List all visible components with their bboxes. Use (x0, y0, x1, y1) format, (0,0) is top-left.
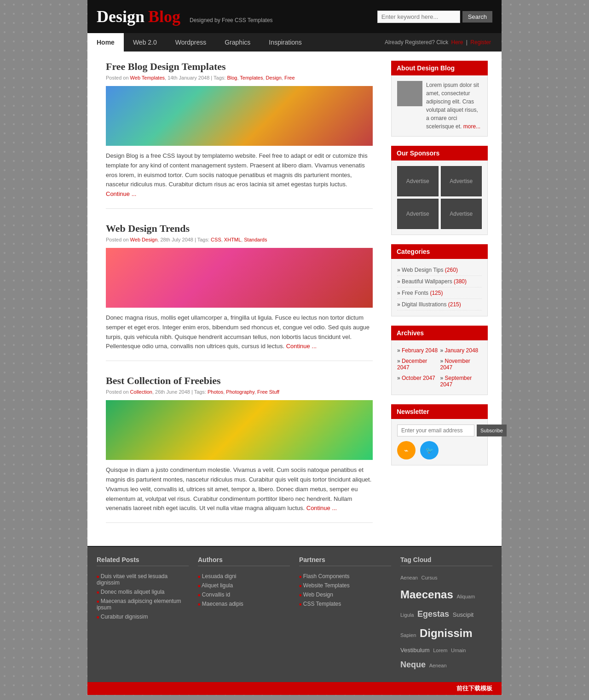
post-title-2: Best Collection of Freebies (106, 375, 373, 387)
post-tag-2-2[interactable]: Free Stuff (257, 389, 279, 395)
tag-5[interactable]: Egestas (417, 609, 449, 619)
post-category-0[interactable]: Web Templates (130, 75, 165, 80)
tag-10[interactable]: Lorem (433, 648, 447, 653)
archive-link-3[interactable]: November 2047 (440, 358, 470, 371)
post-meta-2: Posted on Collection, 26th June 2048 | T… (106, 389, 373, 395)
category-link-1[interactable]: Beautiful Wallpapers (402, 278, 452, 285)
categories-content: » Web Design Tips (260)» Beautiful Wallp… (391, 259, 488, 316)
about-content: Lorem ipsum dolor sit amet, consectetur … (391, 75, 488, 137)
partner-link-2[interactable]: Web Design (303, 591, 333, 598)
footer: Related Posts ■ Duis vitae velit sed les… (87, 546, 502, 682)
post-continue-1[interactable]: Continue ... (286, 343, 317, 350)
post-text-0: Design Blog is a free CSS layout by temp… (106, 151, 373, 199)
post-tag-1-1[interactable]: XHTML (224, 237, 241, 242)
archive-link-0[interactable]: February 2048 (402, 347, 438, 354)
partner-link-0[interactable]: Flash Components (303, 573, 350, 580)
author-link-0[interactable]: Lesuada digni (202, 573, 237, 580)
post-image-1 (106, 248, 373, 308)
nav-item-inspirations[interactable]: Inspirations (260, 33, 311, 52)
search-area: Search (377, 11, 492, 23)
post-continue-2[interactable]: Continue ... (306, 505, 337, 511)
tag-1[interactable]: Cursus (422, 575, 438, 580)
about-description: Lorem ipsum dolor sit amet, consectetur … (426, 82, 479, 130)
search-button[interactable]: Search (462, 11, 492, 23)
author-link-1[interactable]: Aliquet ligula (202, 582, 233, 589)
category-item-3: » Digital Illustrations (215) (397, 299, 482, 310)
newsletter-input[interactable] (397, 425, 474, 436)
category-item-1: » Beautiful Wallpapers (380) (397, 276, 482, 287)
post-tag-0-3[interactable]: Free (284, 75, 295, 80)
related-post-link-2[interactable]: Maecenas adipiscing elementum ipsum (97, 598, 181, 611)
sponsor-item-1[interactable]: Advertise (441, 166, 482, 196)
download-template-link[interactable]: 前往下载模板 (456, 685, 492, 692)
category-link-2[interactable]: Free Fonts (402, 290, 428, 296)
nav-item-graphics[interactable]: Graphics (215, 33, 260, 52)
about-more-link[interactable]: more... (463, 123, 480, 130)
register-link[interactable]: Register (470, 39, 491, 46)
post-tag-1-0[interactable]: CSS (211, 237, 221, 242)
tag-2[interactable]: Maecenas (400, 588, 453, 601)
partner-link-3[interactable]: CSS Templates (303, 601, 341, 607)
tag-8[interactable]: Dignissim (420, 627, 473, 639)
newsletter-subscribe-button[interactable]: Subscribe (477, 425, 507, 436)
partner-link-1[interactable]: Website Templates (303, 582, 350, 589)
sponsor-item-3[interactable]: Advertise (441, 199, 482, 229)
post-meta-0: Posted on Web Templates, 14th January 20… (106, 75, 373, 80)
post-tag-2-0[interactable]: Photos (208, 389, 223, 395)
post-category-2[interactable]: Collection (130, 389, 152, 395)
author-item-2: ■ Convallis id (198, 590, 290, 599)
category-count-2: (125) (430, 290, 443, 296)
related-post-link-3[interactable]: Curabitur dignissim (101, 614, 148, 620)
post-1: Web Design TrendsPosted on Web Design, 2… (106, 223, 373, 361)
tag-12[interactable]: Neque (400, 660, 426, 669)
tag-3[interactable]: Aliquam (456, 594, 475, 599)
archive-link-1[interactable]: January 2048 (445, 347, 479, 354)
tag-0[interactable]: Aenean (400, 575, 418, 580)
tag-13[interactable]: Aenean (429, 663, 447, 668)
archive-item-0: » February 2048 (397, 346, 439, 355)
search-input[interactable] (377, 11, 460, 23)
about-thumbnail (397, 81, 422, 106)
nav-item-web-2.0[interactable]: Web 2.0 (124, 33, 166, 52)
sponsor-item-0[interactable]: Advertise (397, 166, 439, 196)
category-link-3[interactable]: Digital Illustrations (402, 301, 446, 308)
post-continue-0[interactable]: Continue ... (106, 190, 137, 197)
post-tag-0-1[interactable]: Templates (240, 75, 263, 80)
post-category-1[interactable]: Web Design (130, 237, 158, 242)
author-link-2[interactable]: Convallis id (202, 591, 230, 598)
post-title-link-2[interactable]: Best Collection of Freebies (106, 375, 220, 386)
author-link-3[interactable]: Maecenas adipis (202, 601, 243, 607)
logo-tagline: Designed by Free CSS Templates (190, 17, 273, 23)
social-icons: ⌁ 🐦 (397, 441, 482, 459)
post-tag-0-2[interactable]: Design (266, 75, 282, 80)
tag-4[interactable]: Ligula (400, 612, 414, 618)
tag-9[interactable]: Vestibulum (400, 647, 430, 654)
sponsors-content: AdvertiseAdvertiseAdvertiseAdvertise (391, 161, 488, 235)
authors-list: ■ Lesuada digni■ Aliquet ligula■ Convall… (198, 572, 290, 608)
post-title-link-0[interactable]: Free Blog Design Templates (106, 61, 226, 72)
post-tag-2-1[interactable]: Photography (226, 389, 254, 395)
archive-link-5[interactable]: September 2047 (440, 375, 472, 388)
partner-item-1: ■ Website Templates (299, 581, 391, 590)
tag-11[interactable]: Urnain (451, 648, 466, 653)
tag-7[interactable]: Sapien (400, 632, 416, 638)
related-post-link-1[interactable]: Donec mollis aliquet ligula (101, 589, 165, 595)
tag-6[interactable]: Suscipit (453, 611, 474, 618)
category-item-2: » Free Fonts (125) (397, 287, 482, 299)
rss-icon[interactable]: ⌁ (397, 441, 416, 459)
twitter-icon[interactable]: 🐦 (420, 441, 439, 459)
here-link[interactable]: Here (451, 39, 463, 46)
archive-link-2[interactable]: December 2047 (397, 358, 427, 371)
related-post-link-0[interactable]: Duis vitae velit sed lesuada dignissim (97, 573, 167, 586)
nav-item-wordpress[interactable]: Wordpress (166, 33, 215, 52)
post-tag-1-2[interactable]: Standards (244, 237, 267, 242)
archive-item-5: » September 2047 (440, 373, 482, 389)
archive-link-4[interactable]: October 2047 (402, 375, 435, 381)
category-link-0[interactable]: Web Design Tips (402, 267, 444, 273)
sponsor-item-2[interactable]: Advertise (397, 199, 439, 229)
post-tag-0-0[interactable]: Blog (227, 75, 237, 80)
category-count-3: (215) (448, 301, 461, 308)
nav-item-home[interactable]: Home (87, 33, 124, 52)
post-title-1: Web Design Trends (106, 223, 373, 235)
post-title-link-1[interactable]: Web Design Trends (106, 223, 190, 234)
